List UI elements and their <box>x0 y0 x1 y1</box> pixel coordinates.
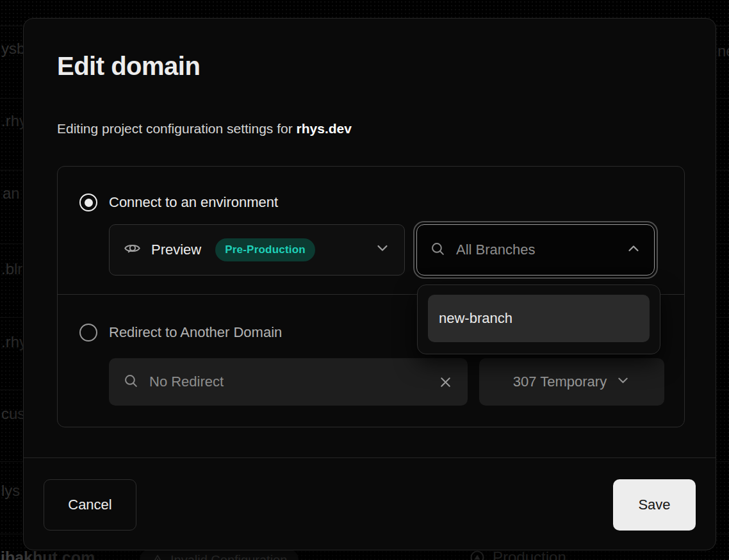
redirect-combobox-placeholder: No Redirect <box>149 374 224 390</box>
production-circle-icon <box>470 550 485 560</box>
redirect-status-value: 307 Temporary <box>513 374 607 390</box>
clear-x-icon[interactable] <box>438 374 454 390</box>
environment-select-value: Preview <box>151 242 201 258</box>
radio-connect-environment-label: Connect to an environment <box>109 194 278 211</box>
dialog-footer: Cancel Save <box>24 457 716 551</box>
environment-select[interactable]: Preview Pre-Production <box>109 224 405 276</box>
branch-option[interactable]: new-branch <box>428 295 650 342</box>
bg-domain-fragment: an <box>3 185 20 202</box>
dialog-title: Edit domain <box>57 51 685 81</box>
radio-selected-icon[interactable] <box>79 194 97 211</box>
branch-combobox-placeholder: All Branches <box>456 242 536 258</box>
chevron-down-icon <box>616 373 630 391</box>
branch-search-combobox[interactable]: All Branches <box>416 224 655 276</box>
bg-domain-fragment: ysb <box>1 40 25 58</box>
edit-domain-dialog: Edit domain Editing project configuratio… <box>23 18 716 550</box>
redirect-status-select[interactable]: 307 Temporary <box>479 358 664 406</box>
redirect-search-combobox[interactable]: No Redirect <box>109 358 468 406</box>
bg-domain-fragment: .blr <box>1 260 22 278</box>
radio-connect-environment[interactable]: Connect to an environment <box>79 194 665 211</box>
search-icon <box>123 373 139 391</box>
subtitle-text: Editing project configuration settings f… <box>57 121 297 136</box>
status-badge-label: Invalid Configuration <box>170 553 287 560</box>
eye-magnifier-icon <box>124 240 141 261</box>
save-button[interactable]: Save <box>613 479 696 531</box>
bg-domain-fragment: cus <box>1 405 25 423</box>
radio-unselected-icon[interactable] <box>79 324 97 342</box>
subtitle-domain: rhys.dev <box>297 121 352 136</box>
chevron-down-icon <box>375 240 390 259</box>
cancel-button[interactable]: Cancel <box>44 479 136 531</box>
dialog-subtitle: Editing project configuration settings f… <box>57 120 685 138</box>
search-icon <box>430 241 446 259</box>
environment-option-section: Connect to an environment Preview Pre-Pr <box>58 167 684 294</box>
branch-dropdown-popup: new-branch <box>417 284 660 354</box>
bg-domain-fragment: lys <box>1 482 20 500</box>
bg-domain-fragment: ne <box>717 42 729 60</box>
warning-triangle-icon <box>151 554 164 560</box>
chevron-up-icon[interactable] <box>626 241 641 259</box>
radio-redirect-domain-label: Redirect to Another Domain <box>109 324 282 342</box>
pre-production-badge: Pre-Production <box>215 238 315 261</box>
